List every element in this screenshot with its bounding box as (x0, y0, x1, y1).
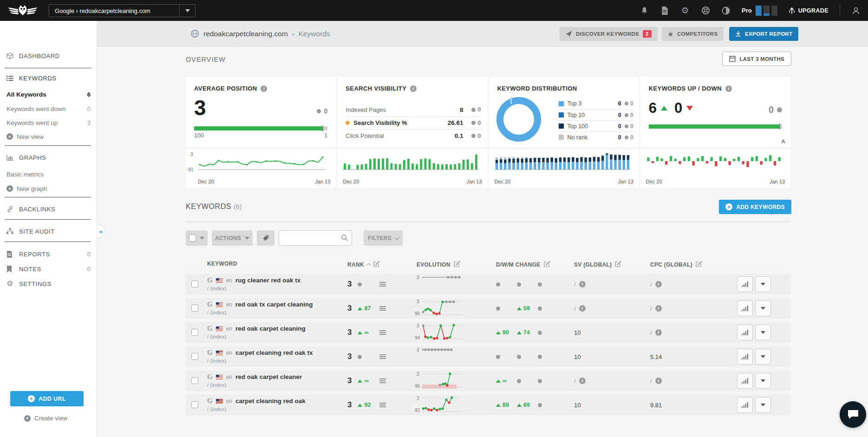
sidebar-item-new-graph[interactable]: + New graph (0, 183, 97, 194)
evolution-cell[interactable]: 394 (417, 324, 477, 341)
info-icon[interactable]: i (655, 305, 662, 312)
row-more-dropdown[interactable] (755, 349, 771, 365)
upgrade-button[interactable]: UPGRADE (789, 7, 829, 14)
sidebar-item-backlinks[interactable]: BACKLINKS (0, 203, 97, 215)
legend-row[interactable]: No rank00 (559, 131, 633, 143)
project-selector-caret[interactable] (179, 5, 195, 17)
select-all-dropdown[interactable] (186, 230, 208, 246)
serp-features-icon[interactable] (379, 306, 386, 311)
info-icon[interactable]: i (261, 85, 267, 92)
info-icon[interactable]: i (579, 378, 586, 384)
keyword-text[interactable]: red oak carpet cleaner (235, 373, 302, 380)
filters-dropdown[interactable]: FILTERS (364, 230, 403, 246)
serp-features-icon[interactable] (379, 330, 386, 335)
evolution-cell[interactable]: 392 (417, 396, 477, 414)
edit-column-icon[interactable] (615, 261, 621, 268)
sidebar-item-notes[interactable]: NOTES 0 (0, 263, 97, 274)
help-lifebuoy-icon[interactable] (701, 6, 710, 15)
search-icon[interactable] (341, 234, 348, 243)
sidebar-item-keywords-went-down[interactable]: Keywords went down 0 (0, 103, 97, 114)
add-url-button[interactable]: + ADD URL (10, 391, 84, 406)
legend-row[interactable]: Top 1000 (559, 109, 633, 120)
info-icon[interactable]: i (655, 281, 662, 287)
keyword-cell[interactable]: Genred oak carpet cleaner/ (index) (207, 373, 302, 388)
mini-chart-keyword-distribution[interactable]: Dec 20 Jan 13 (489, 149, 639, 188)
metric-row[interactable]: Click Potential0.10 (346, 129, 481, 142)
metric-row[interactable]: Search Visibility %26.610 (346, 116, 481, 129)
info-icon[interactable]: i (410, 85, 417, 92)
mini-chart-search-visibility[interactable]: Dec 20 Jan 13 (337, 149, 487, 188)
sidebar-item-reports[interactable]: REPORTS 0 (0, 248, 97, 260)
keyword-cell[interactable]: Gencarpet cleaning red oak/ (index) (207, 397, 306, 412)
keyword-text[interactable]: red oak tx carpet cleaning (235, 301, 313, 308)
sidebar-item-dashboard[interactable]: DASHBOARD (0, 50, 97, 61)
brand-owl-logo[interactable] (7, 3, 38, 19)
info-icon[interactable]: i (725, 85, 732, 92)
row-more-dropdown[interactable] (755, 373, 771, 389)
row-more-dropdown[interactable] (755, 300, 771, 316)
row-checkbox[interactable] (191, 377, 198, 384)
distribution-donut-chart[interactable] (496, 97, 541, 142)
user-account-icon[interactable] (851, 6, 861, 15)
serp-features-icon[interactable] (379, 378, 386, 383)
keyword-text[interactable]: carpet cleaning red oak tx (235, 349, 313, 356)
competitors-button[interactable]: ★ COMPETITORS (662, 27, 724, 41)
mini-chart-keywords-up-down[interactable]: Dec 20 Jan 13 (640, 149, 790, 188)
sidebar-item-site-audit[interactable]: SITE AUDIT (0, 226, 97, 237)
edit-column-icon[interactable] (544, 261, 550, 268)
breadcrumb-domain[interactable]: redoakcarpetcleaning.com (203, 30, 288, 38)
usage-meter[interactable] (756, 6, 777, 16)
serp-features-icon[interactable] (379, 354, 386, 359)
sidebar-item-settings[interactable]: ⚙ SETTINGS (0, 278, 97, 289)
edit-column-icon[interactable] (696, 261, 702, 268)
info-icon[interactable]: i (655, 378, 662, 384)
row-checkbox[interactable] (191, 353, 198, 360)
keyword-cell[interactable]: Genred oak tx carpet cleaning/ (index) (207, 300, 313, 315)
row-chart-button[interactable] (737, 373, 753, 389)
row-chart-button[interactable] (737, 276, 753, 292)
project-selector-dropdown[interactable]: Google › redoakcarpetcleaning.com (49, 4, 196, 17)
evolution-cell[interactable]: 395 (417, 372, 477, 390)
sidebar-item-all-keywords[interactable]: All Keywords 6 (0, 89, 97, 100)
column-header-cpc-global[interactable]: CPC (GLOBAL) (650, 261, 702, 268)
actions-dropdown[interactable]: ACTIONS (212, 230, 253, 246)
sidebar-item-keywords-went-up[interactable]: Keywords went up 3 (0, 117, 97, 128)
chat-widget-button[interactable] (840, 401, 866, 428)
row-more-dropdown[interactable] (755, 276, 771, 292)
row-chart-button[interactable] (737, 349, 753, 365)
keyword-text[interactable]: red oak carpet cleaning (235, 325, 306, 332)
mini-chart-average-position[interactable]: 3 91 Dec 20 Jan 13 (186, 149, 336, 188)
row-chart-button[interactable] (737, 325, 753, 340)
row-checkbox[interactable] (191, 329, 198, 336)
edit-column-icon[interactable] (454, 261, 460, 268)
add-keywords-button[interactable]: + ADD KEYWORDS (719, 200, 791, 214)
row-more-dropdown[interactable] (755, 325, 771, 340)
edit-column-icon[interactable] (373, 261, 380, 268)
column-header-rank[interactable]: RANK (347, 261, 380, 268)
discover-keywords-button[interactable]: DISCOVER KEYWORDS 2 (560, 27, 658, 41)
metric-row[interactable]: Indexed Pages80 (346, 103, 481, 116)
column-header-sv-global[interactable]: SV (GLOBAL) (574, 261, 621, 268)
serp-features-icon[interactable] (379, 282, 386, 287)
legend-row[interactable]: Top 360 (559, 98, 633, 109)
legend-row[interactable]: Top 10000 (559, 120, 633, 131)
notifications-bell-icon[interactable] (640, 6, 649, 15)
sidebar-collapse-toggle[interactable]: « (97, 224, 105, 238)
keyword-text[interactable]: carpet cleaning red oak (235, 398, 306, 404)
evolution-cell[interactable]: 3 (417, 348, 477, 365)
sidebar-item-keywords[interactable]: KEYWORDS (0, 72, 97, 84)
row-chart-button[interactable] (737, 397, 753, 413)
date-range-button[interactable]: LAST 3 MONTHS (722, 52, 791, 66)
settings-gear-icon[interactable]: ⚙ (680, 6, 690, 15)
sidebar-item-graphs[interactable]: GRAPHS (0, 152, 97, 163)
theme-contrast-icon[interactable] (721, 6, 731, 15)
row-chart-button[interactable] (737, 300, 753, 316)
row-checkbox[interactable] (191, 305, 198, 312)
row-checkbox[interactable] (191, 401, 198, 408)
sidebar-item-basic-metrics[interactable]: Basic metrics (0, 169, 97, 180)
keyword-cell[interactable]: Genred oak carpet cleaning/ (index) (207, 325, 306, 339)
evolution-cell[interactable]: 3 (417, 275, 477, 293)
tags-button[interactable] (257, 230, 274, 246)
reports-doc-icon[interactable] (660, 6, 669, 15)
column-header-keyword[interactable]: KEYWORD (207, 261, 237, 267)
